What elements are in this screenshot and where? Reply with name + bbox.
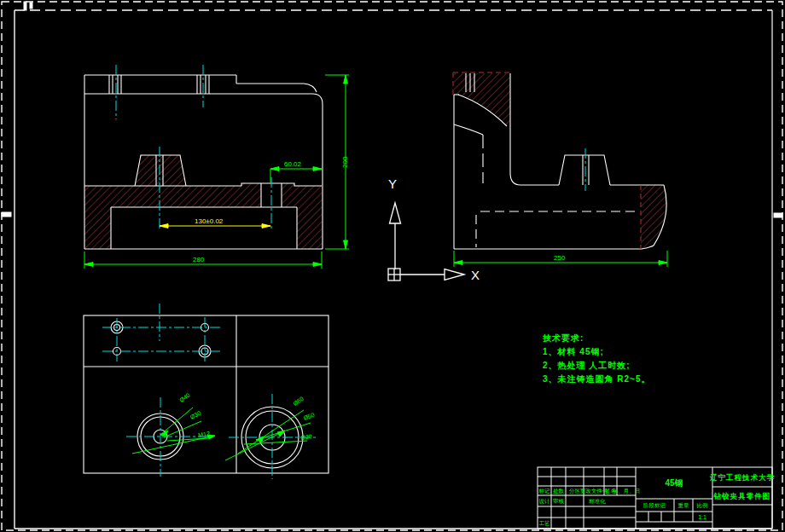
ucs-icon [388,203,464,280]
note-line: 3、未注铸造圆角 R2~5。 [543,375,651,384]
ucs-y-label: Y [388,177,397,190]
tb-university: 辽宁工程技术大学 [710,473,775,481]
notes-heading: 技术要求: [543,334,584,343]
dim-front-width: 280 [193,257,204,263]
side-view[interactable] [453,72,667,267]
tb-stage: 阶段标记 [643,502,666,508]
dim-front-center: 130±0.02 [195,218,223,225]
tb-header-count: 处数 [553,488,564,494]
tb-design: 设计 [539,498,550,504]
note-line: 1、材料 45钢; [543,348,604,356]
ucs-x-label: X [471,269,480,281]
tb-weight: 重量 [678,502,689,508]
tb-header-mark: 标记 [539,488,550,494]
tb-standard: 标准化 [589,498,606,504]
front-view[interactable] [84,65,349,269]
dim-front-height: 200 [342,157,349,168]
tb-material: 45钢 [665,479,683,488]
tb-header-file: 更改文件号 [580,488,608,494]
cad-canvas[interactable] [0,0,785,532]
tb-drawing-name: 钻铰夹具零件图 [714,492,771,500]
side-hatch [454,73,666,249]
tb-process: 工艺 [539,520,550,526]
note-line: 2、热处理 人工时效; [543,361,631,370]
tb-check: 审核 [553,498,564,504]
dim-side-width: 250 [554,255,565,262]
dim-front-offset: 60.02 [284,161,301,168]
tb-scale-value: 1:1 [698,514,706,520]
top-view[interactable] [84,304,329,479]
cad-drawing-sheet: 技术要求: 1、材料 45钢; 2、热处理 人工时效; 3、未注铸造圆角 R2~… [0,0,785,532]
tb-header-zone: 分区 [569,488,580,494]
hole-leaders [132,408,311,460]
sheet-border [2,2,782,530]
tb-scale: 比例 [697,502,708,508]
tb-header-date: 年、月、日 [613,488,641,494]
